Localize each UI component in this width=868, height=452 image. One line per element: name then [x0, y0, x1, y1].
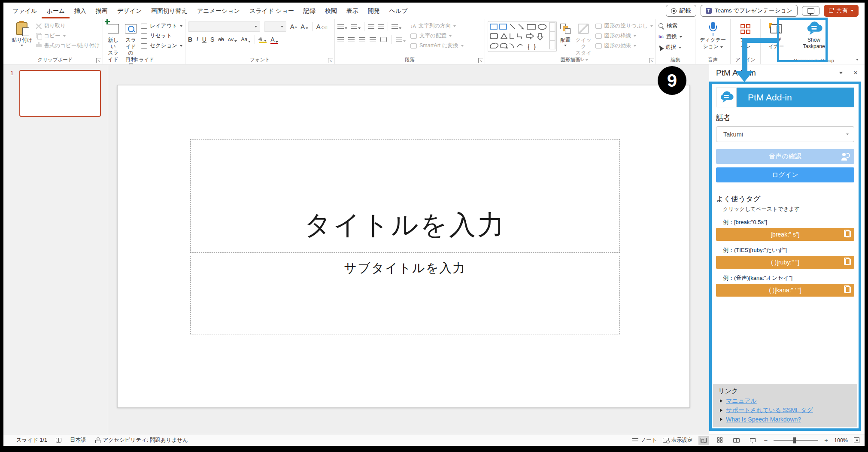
language-indicator[interactable]: 日本語 — [70, 437, 86, 444]
check-voice-button[interactable]: 音声の確認 — [716, 149, 854, 164]
zoom-in-button[interactable]: + — [824, 437, 828, 444]
fit-to-window-icon[interactable] — [854, 437, 859, 443]
character-spacing-button[interactable]: AV — [228, 37, 237, 42]
spelling-book-icon[interactable] — [56, 438, 61, 443]
align-right-button[interactable] — [359, 37, 365, 42]
taskpane-options-icon[interactable] — [839, 72, 843, 74]
reading-view-button[interactable] — [731, 436, 741, 445]
record-button[interactable]: 記録 — [666, 5, 696, 17]
link-speech-markdown[interactable]: What Is Speech Markdown? — [720, 416, 852, 423]
select-button[interactable]: 選択 — [659, 44, 682, 51]
slide-sorter-view-button[interactable] — [715, 436, 725, 445]
shape-effects-button[interactable]: 図形の効果 — [595, 42, 653, 49]
paste-button[interactable]: 貼り付け — [10, 21, 34, 47]
format-painter-button[interactable]: 書式のコピー/貼り付け — [36, 42, 100, 49]
share-button[interactable]: 共有 — [824, 5, 859, 17]
link-ssml-tags[interactable]: サポートされている SSML タグ — [720, 406, 852, 414]
accessibility-status[interactable]: アクセシビリティ: 問題ありません — [95, 437, 188, 444]
font-name-select[interactable] — [188, 21, 260, 32]
convert-smartart-button[interactable]: SmartArt に変換 — [410, 42, 464, 49]
speaker-select[interactable]: Takumi — [716, 126, 854, 142]
font-size-select[interactable] — [264, 21, 286, 32]
dialog-launcher-icon[interactable]: ↘ — [478, 58, 483, 63]
gallery-more-button[interactable] — [549, 40, 555, 49]
tab-transitions[interactable]: 画面切り替え — [146, 3, 192, 18]
font-color-button[interactable]: A — [270, 36, 278, 43]
tab-animations[interactable]: アニメーション — [192, 3, 245, 18]
gallery-up-button[interactable] — [549, 22, 555, 31]
reset-button[interactable]: リセット — [141, 32, 182, 39]
tab-record[interactable]: 記録 — [299, 3, 320, 18]
increase-indent-button[interactable] — [378, 24, 384, 29]
columns-button[interactable] — [396, 37, 406, 42]
tab-insert[interactable]: 挿入 — [70, 3, 91, 18]
normal-view-button[interactable] — [698, 436, 709, 445]
tag-kana-button[interactable]: ( )[kana:" ' "] — [716, 284, 854, 297]
link-manual[interactable]: マニュアル — [720, 397, 852, 405]
gallery-down-button[interactable] — [549, 31, 555, 40]
zoom-slider[interactable] — [774, 440, 818, 441]
comments-button[interactable] — [802, 6, 819, 16]
present-in-teams-button[interactable]: TTeams でプレゼンテーション — [701, 5, 798, 17]
align-text-button[interactable]: 文字の配置 — [410, 32, 464, 39]
notes-button[interactable]: ノート — [632, 437, 657, 444]
dictate-button[interactable]: ディクテー ション — [698, 21, 727, 51]
tab-view[interactable]: 表示 — [342, 3, 363, 18]
tab-draw[interactable]: 描画 — [91, 3, 112, 18]
underline-button[interactable]: U — [202, 36, 206, 43]
text-shadow-button[interactable]: S — [210, 36, 214, 43]
title-placeholder[interactable]: タイトルを入力 — [190, 139, 620, 253]
grow-font-button[interactable]: A^ — [290, 23, 297, 30]
tab-review[interactable]: 校閲 — [320, 3, 342, 18]
login-button[interactable]: ログイン — [716, 167, 854, 182]
zoom-slider-handle[interactable] — [793, 437, 796, 443]
tab-design[interactable]: デザイン — [112, 3, 146, 18]
cut-button[interactable]: 切り取り — [36, 22, 100, 30]
dialog-launcher-icon[interactable]: ↘ — [328, 58, 333, 63]
tag-example: 例：(音声)[kana:"オンセイ"] — [723, 274, 854, 282]
change-case-button[interactable]: Aa — [241, 36, 251, 42]
subtitle-placeholder[interactable]: サブタイトルを入力 — [190, 256, 620, 334]
distribute-button[interactable] — [380, 37, 387, 42]
zoom-out-button[interactable]: − — [764, 437, 768, 444]
highlight-color-button[interactable] — [259, 38, 267, 42]
tab-home[interactable]: ホーム — [42, 3, 70, 18]
decrease-indent-button[interactable] — [368, 24, 374, 29]
line-spacing-button[interactable] — [392, 24, 401, 29]
numbering-button[interactable] — [351, 24, 361, 29]
dialog-launcher-icon[interactable]: ↘ — [649, 58, 654, 63]
taskpane-close-icon[interactable]: × — [853, 69, 858, 77]
align-left-button[interactable] — [337, 37, 344, 42]
shape-outline-button[interactable]: 図形の枠線 — [595, 32, 653, 39]
tab-developer[interactable]: 開発 — [363, 3, 385, 18]
tag-ruby-button[interactable]: ( )[ruby:" "] — [716, 256, 854, 269]
italic-button[interactable]: I — [196, 36, 198, 43]
text-direction-button[interactable]: ↓A文字列の方向 — [410, 22, 464, 30]
tag-break-button[interactable]: [break:" s"] — [716, 228, 854, 241]
slideshow-button[interactable] — [747, 436, 758, 445]
dialog-launcher-icon[interactable]: ↘ — [96, 58, 101, 63]
layout-button[interactable]: レイアウト — [141, 22, 182, 30]
copy-button[interactable]: コピー — [36, 32, 100, 39]
section-button[interactable]: セクション — [141, 42, 182, 49]
tab-slideshow[interactable]: スライド ショー — [245, 3, 299, 18]
find-button[interactable]: 検索 — [659, 22, 682, 30]
clear-formatting-button[interactable]: A⌫ — [316, 23, 327, 30]
shape-gallery[interactable]: { } — [488, 21, 557, 52]
zoom-level[interactable]: 100% — [834, 437, 848, 443]
display-settings-button[interactable]: 表示設定 — [663, 437, 692, 444]
slide-thumbnail[interactable] — [19, 70, 101, 117]
justify-button[interactable] — [370, 37, 376, 42]
strikethrough-button[interactable]: ab — [218, 36, 224, 42]
shape-fill-button[interactable]: 図形の塗りつぶし — [595, 22, 653, 30]
align-center-button[interactable] — [348, 37, 355, 42]
bold-button[interactable]: B — [188, 36, 192, 43]
bullets-button[interactable] — [337, 24, 347, 29]
slide-canvas[interactable]: タイトルを入力 サブタイトルを入力 — [117, 85, 690, 408]
tab-file[interactable]: ファイル — [8, 3, 42, 18]
shrink-font-button[interactable]: A — [301, 23, 308, 30]
tab-help[interactable]: ヘルプ — [385, 3, 413, 18]
arrange-button[interactable]: 配置 — [559, 21, 572, 47]
replace-button[interactable]: bc置換 — [659, 33, 682, 40]
collapse-ribbon-icon[interactable] — [856, 59, 859, 61]
